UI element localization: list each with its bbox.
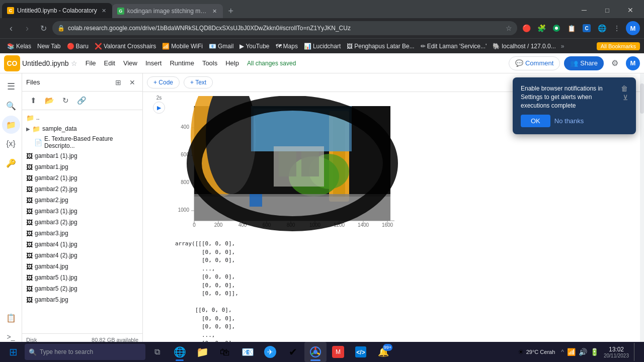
menu-tools[interactable]: Tools bbox=[198, 57, 221, 69]
taskbar-app-badge[interactable]: 🔔 99+ bbox=[372, 342, 394, 362]
user-avatar[interactable]: M bbox=[626, 56, 640, 70]
comment-button[interactable]: 💬 Comment bbox=[509, 56, 560, 70]
taskbar-app-todo[interactable]: ✔ bbox=[282, 342, 304, 362]
files-close-btn[interactable]: ✕ bbox=[126, 76, 138, 88]
minimize-button[interactable]: ─ bbox=[573, 3, 596, 17]
menu-view[interactable]: View bbox=[119, 57, 141, 69]
bookmark-edit[interactable]: ✏ Edit Laman 'Service...' bbox=[418, 42, 490, 51]
weather-widget[interactable]: ☀ 29°C Cerah bbox=[515, 347, 558, 357]
profile-avatar[interactable]: M bbox=[626, 21, 640, 35]
file-item-g1[interactable]: 🖼 gambar1.jpg bbox=[22, 161, 142, 172]
sidebar-icon-files[interactable]: 📁 bbox=[2, 116, 20, 134]
bookmark-lucidchart[interactable]: 📊 Lucidchart bbox=[301, 42, 344, 51]
colab-star-icon[interactable]: ☆ bbox=[71, 59, 77, 67]
taskbar-app-explorer[interactable]: 📁 bbox=[191, 342, 213, 362]
sidebar-icon-key[interactable]: 🔑 bbox=[2, 154, 20, 172]
tab-2[interactable]: G kodingan image stitching meng... ✕ bbox=[112, 4, 223, 18]
maximize-button[interactable]: □ bbox=[596, 3, 619, 17]
file-item-g2-2[interactable]: 🖼 gambar2 (2).jpg bbox=[22, 184, 142, 195]
file-item-g3-2[interactable]: 🖼 gambar3 (2).jpg bbox=[22, 217, 142, 228]
file-item-g5[interactable]: 🖼 gambar5.jpg bbox=[22, 294, 142, 305]
new-tab-button[interactable]: + bbox=[224, 4, 238, 18]
file-item-g4[interactable]: 🖼 gambar4.jpg bbox=[22, 261, 142, 272]
mount-drive-btn[interactable]: 🔗 bbox=[74, 94, 89, 108]
file-item-dotdot[interactable]: 📁 .. bbox=[22, 112, 142, 123]
file-item-texture[interactable]: 📄 E. Texture-Based Feature Descripto... bbox=[22, 134, 142, 150]
tab2-close[interactable]: ✕ bbox=[211, 7, 219, 15]
bookmark-baru[interactable]: 🔴 Baru bbox=[64, 42, 92, 51]
run-button[interactable]: ▶ bbox=[153, 102, 165, 114]
forward-button[interactable]: › bbox=[20, 21, 34, 35]
sidebar-icon-search[interactable]: 🔍 bbox=[2, 97, 20, 115]
taskbar-app-red[interactable]: M bbox=[327, 342, 349, 362]
tray-chevron[interactable]: ^ bbox=[561, 348, 564, 355]
notification-trash-btn[interactable]: 🗑 bbox=[621, 84, 628, 93]
ext-btn-4[interactable]: 📋 bbox=[565, 21, 579, 35]
bookmark-localhost[interactable]: 🐘 localhost / 127.0.0... bbox=[490, 42, 558, 51]
ext-btn-5[interactable]: C bbox=[580, 21, 594, 35]
menu-runtime[interactable]: Runtime bbox=[166, 57, 198, 69]
more-extensions-btn[interactable]: ⋮ bbox=[610, 21, 624, 35]
taskbar-app-edge[interactable]: 🌐 bbox=[169, 342, 191, 362]
bookmark-penghapus[interactable]: 🖼 Penghapus Latar Be... bbox=[344, 42, 417, 51]
file-item-g4-2[interactable]: 🖼 gambar4 (2).jpg bbox=[22, 250, 142, 261]
start-button[interactable]: ⊞ bbox=[2, 342, 24, 362]
taskbar-search-box[interactable]: 🔍 Type here to search bbox=[25, 344, 145, 360]
add-text-button[interactable]: + Text bbox=[184, 76, 213, 88]
bookmark-newtab[interactable]: New Tab bbox=[34, 42, 63, 51]
bookmark-valorant[interactable]: ❌ Valorant Crosshairs bbox=[92, 42, 159, 51]
menu-help[interactable]: Help bbox=[221, 57, 243, 69]
menu-insert[interactable]: Insert bbox=[141, 57, 166, 69]
sidebar-icon-code[interactable]: {x} bbox=[2, 135, 20, 153]
no-thanks-button[interactable]: No thanks bbox=[554, 117, 584, 125]
notebook-scrollbar[interactable] bbox=[640, 73, 644, 350]
all-bookmarks[interactable]: All Bookmarks bbox=[597, 42, 640, 50]
settings-button[interactable]: ⚙ bbox=[608, 56, 622, 70]
taskbar-app-chrome[interactable] bbox=[304, 342, 327, 362]
upload-file-btn[interactable]: ⬆ bbox=[26, 94, 40, 108]
task-view-button[interactable]: ⧉ bbox=[146, 342, 168, 362]
tab-1[interactable]: C Untitled0.ipynb - Colaboratory ✕ bbox=[2, 3, 112, 18]
bookmark-youtube[interactable]: ▶ YouTube bbox=[236, 42, 272, 51]
tab1-close[interactable]: ✕ bbox=[100, 7, 108, 15]
menu-file[interactable]: File bbox=[82, 57, 100, 69]
more-bookmarks-btn[interactable]: » bbox=[559, 42, 567, 51]
refresh-button[interactable]: ↻ bbox=[36, 21, 50, 35]
file-item-g3[interactable]: 🖼 gambar3.jpg bbox=[22, 228, 142, 239]
ext-btn-1[interactable]: 🔴 bbox=[519, 21, 533, 35]
taskbar-clock[interactable]: 13:02 20/11/2023 bbox=[602, 345, 631, 359]
file-item-g5-1[interactable]: 🖼 gambar5 (1).jpg bbox=[22, 272, 142, 283]
back-button[interactable]: ‹ bbox=[4, 21, 18, 35]
file-item-g1-1[interactable]: 🖼 gambar1 (1).jpg bbox=[22, 150, 142, 161]
file-item-g3-1[interactable]: 🖼 gambar3 (1).jpg bbox=[22, 206, 142, 217]
refresh-files-btn[interactable]: ↻ bbox=[58, 94, 72, 108]
bookmark-kelas[interactable]: 📚 Kelas bbox=[4, 42, 34, 51]
taskbar-app-vscode[interactable]: </> bbox=[350, 342, 372, 362]
bookmark-gmail[interactable]: 📧 Gmail bbox=[206, 42, 236, 51]
taskbar-app-store[interactable]: 🛍 bbox=[214, 342, 236, 362]
ok-button[interactable]: OK bbox=[521, 115, 550, 127]
file-item-sample-data[interactable]: ▶ 📁 sample_data bbox=[22, 123, 142, 134]
taskbar-app-telegram[interactable]: ✈ bbox=[259, 342, 281, 362]
menu-edit[interactable]: Edit bbox=[100, 57, 119, 69]
share-button[interactable]: 👥 Share bbox=[564, 56, 604, 70]
tray-battery[interactable]: 🔋 bbox=[590, 348, 599, 356]
bookmark-wifi[interactable]: 📶 Mobile WiFi bbox=[159, 42, 206, 51]
tray-volume[interactable]: 🔊 bbox=[579, 348, 587, 356]
ext-btn-6[interactable]: 🌐 bbox=[595, 21, 609, 35]
notification-expand-btn[interactable]: ⊻ bbox=[623, 94, 628, 102]
file-item-g4-1[interactable]: 🖼 gambar4 (1).jpg bbox=[22, 239, 142, 250]
bookmark-star-icon[interactable]: ☆ bbox=[506, 24, 512, 32]
add-code-button[interactable]: + Code bbox=[147, 76, 180, 88]
show-desktop-btn[interactable] bbox=[634, 343, 638, 361]
file-item-g5-2[interactable]: 🖼 gambar5 (2).jpg bbox=[22, 283, 142, 294]
files-expand-btn[interactable]: ⊞ bbox=[112, 76, 124, 88]
sidebar-icon-bottom[interactable]: 📋 bbox=[2, 309, 20, 327]
close-window-button[interactable]: ✕ bbox=[619, 3, 642, 17]
address-input[interactable] bbox=[68, 25, 503, 32]
file-item-g2-1[interactable]: 🖼 gambar2 (1).jpg bbox=[22, 172, 142, 184]
file-item-g2[interactable]: 🖼 gambar2.jpg bbox=[22, 195, 142, 206]
ext-btn-2[interactable]: 🧩 bbox=[534, 21, 548, 35]
ext-btn-3[interactable] bbox=[549, 21, 564, 35]
taskbar-app-outlook[interactable]: 📧 bbox=[236, 342, 259, 362]
